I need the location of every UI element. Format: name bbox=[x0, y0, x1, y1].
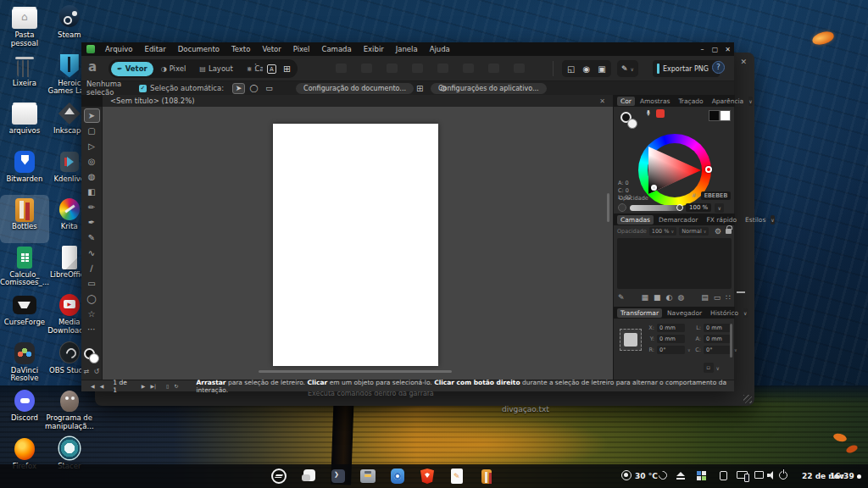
canvas-viewport[interactable] bbox=[103, 107, 613, 380]
menu-item[interactable]: Documento bbox=[172, 42, 225, 56]
hex-field[interactable]: #: EBEBEB bbox=[692, 191, 731, 200]
resize-grip[interactable] bbox=[743, 395, 752, 403]
select-tool[interactable]: ➤ bbox=[84, 108, 100, 123]
menu-item[interactable]: Exibir bbox=[358, 42, 390, 56]
grid-icon[interactable]: ⊞ bbox=[416, 84, 423, 93]
snapping-icon[interactable]: ◉ bbox=[582, 64, 590, 74]
desktop-file-label[interactable]: divgaçao.txt bbox=[502, 405, 549, 413]
layer-opacity-dropdown[interactable]: 100 % ∨ bbox=[649, 227, 676, 236]
panel-tab[interactable]: Amostras bbox=[637, 97, 673, 106]
constrain-proportions-control[interactable]: ▫ ∨ bbox=[704, 363, 720, 373]
artboard[interactable] bbox=[273, 124, 438, 366]
minimize-button[interactable]: – bbox=[696, 46, 709, 53]
fill-stroke-swatch[interactable] bbox=[83, 347, 100, 364]
panel-tab[interactable]: FX rápido bbox=[703, 215, 740, 225]
window-tray-icon[interactable] bbox=[754, 471, 764, 479]
layer-action-icon[interactable]: ∷ bbox=[726, 293, 731, 302]
hue-selector-icon[interactable] bbox=[705, 166, 712, 173]
more-tools[interactable]: ⋯ bbox=[84, 322, 100, 336]
close-icon[interactable]: ✕ bbox=[740, 58, 747, 66]
ellipse-tool[interactable]: ◯ bbox=[84, 291, 100, 306]
transform-value-field[interactable]: 0 mm bbox=[704, 335, 732, 343]
nav-next-icon[interactable]: ▶ bbox=[142, 383, 146, 389]
lock-icon[interactable] bbox=[726, 229, 732, 234]
opacity-slider[interactable] bbox=[630, 205, 682, 211]
desktop-icon-item[interactable]: Bitwarden bbox=[0, 147, 49, 196]
sv-selector-icon[interactable] bbox=[651, 185, 657, 191]
rectangle-tool[interactable]: ▭ bbox=[84, 276, 100, 291]
line-tool[interactable]: ∕ bbox=[84, 261, 100, 275]
menu-item[interactable]: Arquivo bbox=[99, 42, 139, 56]
menu-item[interactable]: Camada bbox=[315, 42, 357, 56]
layer-list[interactable] bbox=[617, 238, 732, 289]
volume-icon[interactable] bbox=[767, 471, 776, 480]
eyedropper-icon[interactable]: ✒ bbox=[643, 109, 653, 116]
nav-next-icon[interactable]: ▶| bbox=[150, 383, 156, 389]
box-select-icon[interactable]: ▭ bbox=[263, 83, 275, 94]
spline-tool[interactable]: ∿ bbox=[84, 246, 100, 260]
menu-item[interactable]: Pixel bbox=[287, 42, 316, 56]
freehand-tool[interactable]: ✎ bbox=[84, 230, 100, 245]
panel-tab[interactable]: Estilos bbox=[742, 215, 769, 225]
reset-colors-icon[interactable]: ↺ bbox=[94, 368, 100, 375]
power-icon[interactable] bbox=[779, 471, 787, 480]
temperature-label[interactable]: 30 °C bbox=[635, 472, 658, 480]
nav-prev-icon[interactable]: ◀ bbox=[91, 383, 95, 389]
desktop-icon-item[interactable]: Bottles bbox=[0, 195, 49, 243]
path-tool[interactable]: ✏ bbox=[84, 200, 100, 214]
maximize-button[interactable]: ▢ bbox=[709, 46, 721, 53]
menu-item[interactable]: Janela bbox=[390, 42, 424, 56]
desktop-icon-item[interactable]: Programa de manipulaçã... bbox=[45, 386, 94, 435]
panel-tab[interactable]: Cor bbox=[617, 97, 635, 106]
chevron-down-icon[interactable]: ∨ bbox=[743, 308, 747, 318]
desktop-icon-item[interactable]: Lixeira bbox=[0, 52, 49, 100]
desktop-icon-item[interactable]: arquivos bbox=[0, 99, 49, 147]
panel-tab[interactable]: Traçado bbox=[675, 97, 706, 106]
layer-action-icon[interactable]: ▭ bbox=[714, 293, 721, 302]
mode-vetor[interactable]: ✒ Vetor bbox=[111, 62, 153, 76]
opacity-toggle-icon[interactable] bbox=[618, 203, 626, 212]
desktop-icon-item[interactable]: CurseForge bbox=[0, 291, 49, 339]
layer-action-icon[interactable]: ■ bbox=[654, 293, 661, 302]
layer-action-icon[interactable]: ◐ bbox=[666, 293, 673, 302]
menu-item[interactable]: Texto bbox=[225, 42, 256, 56]
transform-value-field[interactable]: 0 mm bbox=[657, 324, 685, 332]
transform-snap-icon[interactable]: ◱ bbox=[567, 64, 575, 74]
help-button[interactable]: ? bbox=[712, 61, 725, 74]
menu-item[interactable]: Editar bbox=[139, 42, 172, 56]
fill-tool[interactable]: ◍ bbox=[84, 169, 100, 184]
document-tab[interactable]: <Sem título> (108.2%) ✕ bbox=[103, 95, 613, 107]
panel-tab[interactable]: Camadas bbox=[617, 215, 654, 225]
panel-tab[interactable]: Histórico bbox=[707, 308, 742, 318]
overflow-menu-icon[interactable]: ⋮ bbox=[251, 62, 260, 73]
document-settings-button[interactable]: Configuração do documento... bbox=[296, 83, 414, 94]
clipboard-icon[interactable] bbox=[720, 471, 727, 480]
close-icon[interactable]: ✕ bbox=[599, 97, 605, 105]
transform-value-field[interactable]: 0° bbox=[704, 346, 732, 354]
gear-icon[interactable]: ⚙ bbox=[715, 227, 721, 236]
slider-handle-icon[interactable] bbox=[676, 204, 683, 211]
menu-item[interactable]: Vetor bbox=[256, 42, 287, 56]
artboard-tool[interactable]: ▢ bbox=[84, 124, 100, 138]
zoom-fit-icon[interactable]: ▣ bbox=[598, 64, 605, 74]
desktop-icon-item[interactable]: Pasta pessoal bbox=[0, 3, 49, 52]
nav-prev-icon[interactable]: ◀ bbox=[100, 383, 104, 389]
transform-value-field[interactable]: 0 mm bbox=[704, 324, 732, 332]
horizontal-scrollbar[interactable] bbox=[259, 370, 452, 373]
swap-colors-icon[interactable]: ⇄ bbox=[84, 368, 90, 375]
panel-tab[interactable]: Demarcador bbox=[655, 215, 701, 225]
app-settings-button[interactable]: Configurações do aplicativo... bbox=[431, 83, 547, 94]
opacity-value[interactable]: 100 % bbox=[686, 203, 711, 212]
panel-tab[interactable]: Transformar bbox=[617, 308, 662, 318]
menu-item[interactable]: Ajuda bbox=[424, 42, 456, 56]
weather-icon[interactable] bbox=[621, 470, 632, 480]
eject-icon[interactable] bbox=[676, 472, 685, 476]
layer-action-icon[interactable]: ◍ bbox=[677, 293, 684, 302]
pen-tool[interactable]: ✒ bbox=[84, 215, 100, 230]
pointer-select-icon[interactable]: ➤ bbox=[232, 83, 245, 94]
navigate-tool[interactable]: ▷ bbox=[84, 139, 100, 153]
desktop-icon-item[interactable]: Discord bbox=[0, 386, 49, 435]
chevron-down-icon[interactable]: ∨ bbox=[748, 97, 752, 106]
black-white-swatches[interactable] bbox=[709, 110, 731, 121]
extensions-grid-icon[interactable] bbox=[697, 471, 706, 480]
